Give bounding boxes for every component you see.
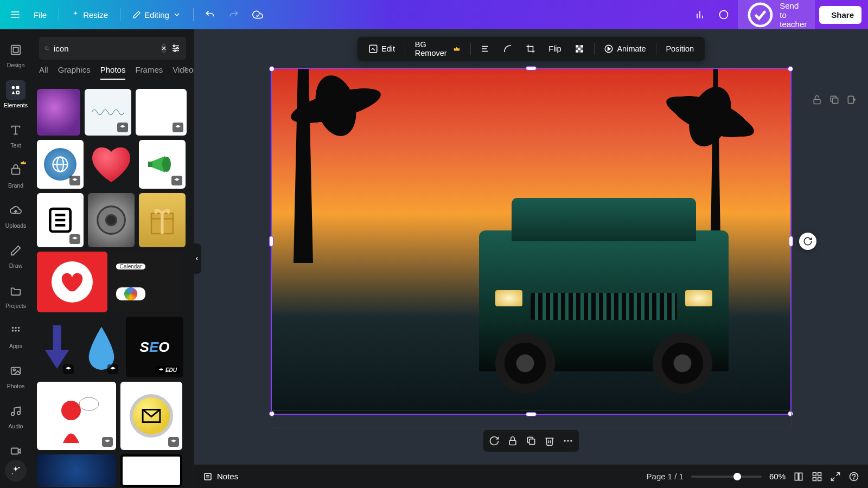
crop-button[interactable] [520,41,541,57]
result-thumb[interactable] [37,193,84,247]
filter-button[interactable] [171,42,181,54]
result-thumb[interactable]: Calendar [112,252,182,312]
canvas-viewport[interactable] [194,29,868,464]
svg-point-18 [12,327,14,329]
rail-design[interactable]: Design [2,36,30,73]
result-thumb[interactable] [37,252,107,312]
resize-handle-ml[interactable] [269,236,273,247]
rail-audio[interactable]: Audio [2,397,30,434]
resize-handle-tr[interactable] [788,66,793,72]
result-thumb[interactable] [120,382,182,450]
redo-button[interactable] [224,5,244,24]
lock-page-button[interactable] [812,94,822,107]
rail-draw[interactable]: Draw [2,236,30,273]
tabs-scroll-right[interactable] [182,65,189,74]
design-page[interactable] [271,68,792,415]
edu-icon [65,366,72,373]
result-thumb[interactable] [120,454,182,487]
result-thumb[interactable] [136,89,187,136]
svg-point-41 [174,50,176,52]
svg-rect-17 [12,168,20,174]
rail-brand[interactable]: Brand [2,156,30,193]
rail-uploads[interactable]: Uploads [2,196,30,233]
undo-button[interactable] [200,5,220,24]
rail-text-label: Text [10,142,21,149]
search-box[interactable] [39,37,186,60]
help-button[interactable] [848,471,859,482]
rail-photos[interactable]: Photos [2,357,30,394]
corner-radius-button[interactable] [497,41,518,57]
comment-button[interactable] [714,5,733,24]
result-thumb[interactable] [85,89,131,136]
tab-frames[interactable]: Frames [135,65,163,80]
resize-handle-tm[interactable] [526,66,537,70]
result-thumb[interactable] [37,317,77,377]
clear-search-button[interactable] [161,43,167,54]
animate-button[interactable]: Animate [598,41,651,57]
animate-icon [604,44,614,54]
add-page-button[interactable] [846,94,857,107]
position-button[interactable]: Position [660,41,699,56]
lock-element-button[interactable] [507,435,518,446]
menu-button[interactable] [7,6,24,23]
result-thumb[interactable] [37,140,84,189]
transparency-button[interactable] [569,41,590,57]
result-thumb[interactable] [37,382,116,450]
resize-handle-mr[interactable] [789,236,793,247]
editing-mode-button[interactable]: Editing [127,7,187,23]
svg-line-94 [832,477,835,480]
tab-photos[interactable]: Photos [100,65,126,80]
add-page-bar[interactable] [271,410,792,428]
result-thumb[interactable] [88,193,135,247]
regenerate-button[interactable] [489,435,500,446]
edit-image-button[interactable]: Edit [363,41,400,57]
fullscreen-button[interactable] [830,471,841,482]
view-pages-button[interactable] [793,471,804,482]
result-thumb[interactable]: SEOEDU [126,317,183,377]
tab-all[interactable]: All [39,65,48,80]
rail-elements[interactable]: Elements [2,76,30,113]
bg-remover-button[interactable]: BG Remover [410,37,466,61]
left-rail: Design Elements Text Brand Uploads Draw … [0,29,31,488]
search-input[interactable] [54,44,157,53]
more-actions-button[interactable] [563,435,573,446]
grid-view-button[interactable] [812,471,822,482]
notes-icon [203,472,213,481]
notes-button[interactable]: Notes [203,472,238,481]
insights-button[interactable] [690,5,710,24]
rail-projects[interactable]: Projects [2,277,30,313]
flip-button[interactable]: Flip [543,41,566,56]
edu-icon [110,366,116,373]
tab-graphics[interactable]: Graphics [58,65,91,80]
globe-icon [50,155,70,174]
result-thumb[interactable] [139,140,186,189]
rail-text[interactable]: Text [2,116,30,153]
results-grid[interactable]: Calendar SEOEDU [31,85,194,488]
resize-button[interactable]: Resize [66,7,113,23]
share-button[interactable]: Share [819,6,861,24]
cloud-sync-button[interactable] [248,5,267,24]
align-button[interactable] [475,41,495,57]
resize-label: Resize [83,10,108,20]
svg-rect-46 [148,162,152,167]
collapse-panel-button[interactable] [193,243,201,274]
result-thumb[interactable] [139,193,186,247]
delete-element-button[interactable] [544,435,555,446]
rail-apps[interactable]: Apps [2,317,30,354]
magic-button[interactable] [5,460,27,481]
file-menu[interactable]: File [28,7,52,23]
zoom-slider[interactable] [691,476,762,478]
zoom-slider-thumb[interactable] [733,473,741,480]
result-thumb[interactable] [88,140,135,189]
svg-point-45 [162,157,171,172]
resize-handle-tl[interactable] [269,66,275,72]
result-thumb[interactable] [37,454,116,487]
rotate-handle[interactable] [799,233,816,250]
svg-point-96 [854,478,854,479]
result-thumb[interactable] [37,89,80,136]
result-thumb[interactable] [81,317,122,377]
duplicate-element-button[interactable] [526,435,537,446]
svg-point-26 [11,413,15,416]
duplicate-page-button[interactable] [829,94,840,107]
svg-point-19 [15,327,17,329]
